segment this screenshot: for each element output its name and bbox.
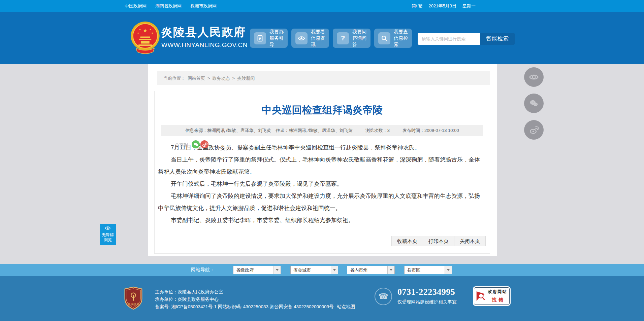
svg-text:党政机关: 党政机关	[128, 302, 139, 306]
float-wechat-button[interactable]	[524, 94, 544, 113]
national-emblem-logo: ★ ★ ★ ★ ★	[130, 21, 161, 56]
svg-text:★: ★	[143, 28, 148, 33]
error-report-icon	[476, 290, 486, 302]
article-panel: 中央巡回检查组拜谒炎帝陵 信息来源： 株洲网讯 /魏敏、唐泽华、刘飞黄 作者： …	[154, 91, 490, 254]
share-wechat-icon[interactable]	[192, 140, 200, 148]
select-province-city[interactable]: 省内市州	[347, 266, 395, 274]
meta-author-label: 作者：	[276, 128, 289, 134]
chevron-down-icon	[273, 266, 281, 274]
top-bar: 中国政府网 湖南省政府网 株洲市政府网 简/ 繁 2021年5月3日 星期一	[0, 0, 644, 12]
quick-button-wen[interactable]: ? 我要问咨询问答	[333, 29, 371, 48]
quick-button-kan[interactable]: 我要看信息资讯	[291, 29, 329, 48]
eye-icon	[529, 72, 539, 82]
search-input[interactable]	[418, 33, 480, 45]
page-footer: 党政机关 主办单位：炎陵县人民政府办公室 承办单位：炎陵县政务服务中心 备案号:…	[0, 276, 644, 321]
footer-nav-label: 网站导航：	[191, 267, 215, 273]
breadcrumb-news[interactable]: 炎陵新闻	[237, 75, 255, 81]
link-china-gov[interactable]: 中国政府网	[125, 3, 147, 9]
breadcrumb-zhengwu[interactable]: 政务动态	[213, 75, 230, 81]
topbar-right: 简/ 繁 2021年5月3日 星期一	[411, 3, 476, 9]
wechat-icon	[529, 98, 539, 108]
article-body: 7月11日，全国政协委员、提案委副主任毛林坤率中央巡回检查组一行赴炎陵县，祭拜炎…	[158, 142, 481, 226]
quick-button-label: 我要问咨询问答	[352, 29, 371, 48]
meta-source: 株洲网讯 /魏敏、唐泽华、刘飞黄	[207, 128, 271, 134]
footer-nav-bar: 网站导航： 省级政府 省会城市 省内市州 县市区	[0, 264, 644, 276]
bookmark-page-button[interactable]: 收藏本页	[392, 236, 423, 246]
article-meta-bar: 信息来源： 株洲网讯 /魏敏、唐泽华、刘飞黄 作者： 株洲网讯 /魏敏、唐泽华、…	[161, 125, 483, 136]
share-weibo-icon[interactable]	[200, 140, 208, 148]
link-zhuzhou-gov[interactable]: 株洲市政府网	[190, 3, 217, 9]
float-eye-button[interactable]	[524, 67, 544, 87]
contact-phone: 0731-22234995	[397, 287, 455, 297]
meta-views-label: 浏览次数：	[365, 128, 387, 134]
current-weekday: 星期一	[462, 3, 476, 9]
select-county[interactable]: 县市区	[404, 266, 452, 274]
breadcrumb-separator: >	[207, 76, 210, 81]
eye-icon	[104, 225, 112, 231]
eye-icon	[295, 32, 308, 44]
svg-text:★: ★	[139, 28, 141, 31]
link-hunan-gov[interactable]: 湖南省政府网	[155, 3, 182, 9]
share-label: 分享到	[175, 142, 188, 148]
breadcrumb-home[interactable]: 网站首页	[188, 75, 205, 81]
icp-record: 备案号: 湘ICP备05003421号-1 网站标识码: 4302250033 …	[155, 304, 334, 309]
svg-text:★: ★	[151, 32, 154, 35]
paragraph: 毛林坤详细询问了炎帝陵的建设情况，要求加大保护和建设力度，充分展示炎帝陵厚重的人…	[158, 190, 481, 214]
meta-views: 3	[387, 128, 390, 133]
quick-button-label: 我要看信息资讯	[311, 29, 329, 48]
site-url: WWW.HNYANLING.GOV.CN	[161, 41, 248, 49]
select-value: 省级政府	[236, 267, 254, 273]
meta-time: 2009-07-13 10:00	[424, 128, 459, 133]
select-value: 省内市州	[350, 267, 367, 273]
quick-button-label: 我要办服务引导	[269, 29, 288, 48]
search-icon	[378, 32, 390, 44]
paragraph: 开午门仪式后，毛林坤一行先后参观了炎帝陵殿，谒见了炎帝墓冢。	[158, 178, 481, 190]
breadcrumb-separator: >	[232, 76, 235, 81]
svg-text:★: ★	[149, 28, 152, 31]
footer-info: 主办单位：炎陵县人民政府办公室 承办单位：炎陵县政务服务中心 备案号: 湘ICP…	[155, 288, 355, 311]
accessibility-button[interactable]: 无障碍 浏览	[100, 224, 116, 245]
site-name: 炎陵县人民政府	[161, 25, 246, 40]
party-gov-badge[interactable]: 党政机关	[123, 286, 143, 310]
breadcrumb-label: 当前位置：	[163, 75, 185, 81]
quick-button-cha[interactable]: 我要查信息检索	[374, 29, 412, 48]
phone-note: 仅受理网站建设维护相关事宜	[397, 299, 457, 305]
accessibility-label: 浏览	[100, 238, 116, 243]
content-container: 当前位置： 网站首页 > 政务动态 > 炎陵新闻 中央巡回检查组拜谒炎帝陵 信息…	[148, 64, 497, 256]
paragraph: 当日上午，炎帝陵举行了隆重的祭拜仪式。仪式上，毛林坤向炎帝神农氏敬献高香和花篮，…	[158, 154, 481, 178]
document-icon	[254, 32, 266, 44]
print-page-button[interactable]: 打印本页	[423, 236, 454, 246]
chevron-down-icon	[331, 266, 338, 274]
gov-links: 中国政府网 湖南省政府网 株洲市政府网	[125, 3, 217, 9]
sitemap-link[interactable]: 站点地图	[337, 304, 355, 309]
current-date: 2021年5月3日	[429, 3, 456, 9]
select-capital-city[interactable]: 省会城市	[290, 266, 338, 274]
article-actions: 收藏本页 打印本页 关闭本页	[391, 236, 486, 246]
weibo-icon	[529, 125, 539, 135]
site-header: ★ ★ ★ ★ ★ 炎陵县人民政府 WWW.HNYANLING.GOV.CN 我…	[0, 12, 644, 64]
host-unit: 主办单位：炎陵县人民政府办公室	[155, 288, 355, 296]
breadcrumb: 当前位置： 网站首页 > 政务动态 > 炎陵新闻	[157, 71, 490, 85]
article-title: 中央巡回检查组拜谒炎帝陵	[155, 103, 490, 117]
quick-button-banshi[interactable]: 我要办服务引导	[250, 29, 288, 48]
quick-button-label: 我要查信息检索	[394, 29, 412, 48]
error-badge-text: 政府网站 找错	[487, 289, 508, 303]
meta-time-label: 发布时间：	[402, 128, 424, 134]
select-province-gov[interactable]: 省级政府	[233, 266, 281, 274]
float-weibo-button[interactable]	[524, 120, 544, 140]
close-page-button[interactable]: 关闭本页	[454, 236, 485, 246]
paragraph: 市委副书记、炎陵县委书记李晖，市委常委、组织部长程绍光参加祭祖。	[158, 214, 481, 226]
chevron-down-icon	[445, 266, 452, 274]
chevron-down-icon	[387, 266, 394, 274]
meta-author: 株洲网讯 /魏敏、唐泽华、刘飞黄	[289, 128, 353, 134]
select-value: 县市区	[407, 267, 420, 273]
meta-source-label: 信息来源：	[185, 128, 207, 134]
svg-text:★: ★	[137, 32, 139, 35]
question-icon: ?	[337, 32, 349, 44]
smart-search-button[interactable]: 智能检索	[480, 33, 515, 45]
organizer-unit: 承办单位：炎陵县政务服务中心	[155, 296, 355, 303]
website-error-report-badge[interactable]: 政府网站 找错	[473, 286, 511, 306]
select-value: 省会城市	[293, 267, 311, 273]
accessibility-label: 无障碍	[100, 233, 116, 238]
lang-toggle[interactable]: 简/ 繁	[411, 3, 422, 9]
